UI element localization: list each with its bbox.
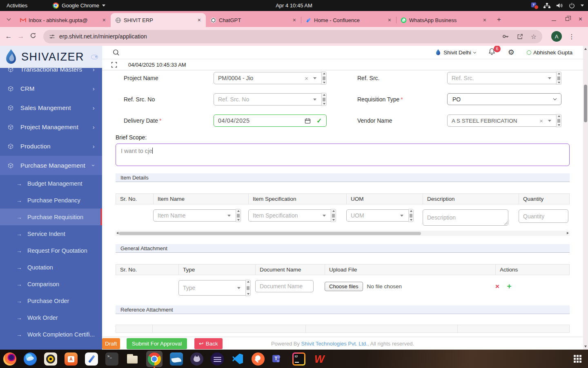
forward-icon[interactable]: → (15, 32, 27, 40)
eclipse-icon[interactable] (211, 352, 224, 366)
select-scrollbar[interactable] (321, 93, 327, 106)
select-scrollbar[interactable] (408, 209, 414, 222)
clear-x-icon[interactable]: × (539, 117, 543, 124)
org-selector[interactable]: Shivit Delhi (435, 49, 476, 56)
app-menu-button[interactable]: Google Chrome (53, 2, 105, 9)
back-button[interactable]: ↩Back (194, 338, 222, 349)
user-menu[interactable]: Abhishek Gupta (527, 49, 572, 56)
sidebar-toggle-icon[interactable] (91, 55, 98, 59)
scroll-up-arrow[interactable] (584, 48, 587, 50)
draft-button[interactable]: Draft (102, 338, 120, 349)
address-bar[interactable]: erp.shivit.net.in/minierp/application ☆ (43, 30, 542, 43)
site-settings-icon[interactable] (49, 34, 55, 40)
files-icon[interactable] (126, 352, 139, 366)
description-input[interactable] (423, 209, 508, 226)
brief-scope-textarea[interactable]: I want to cje (116, 144, 570, 166)
thunderbird-icon[interactable] (24, 352, 37, 366)
app-grid-icon[interactable] (574, 355, 581, 363)
teams-icon[interactable] (272, 352, 285, 366)
uom-select[interactable]: UOM (346, 209, 414, 222)
tab-shivit-erp[interactable]: SHIVIT ERP × (111, 13, 206, 27)
notifications-button[interactable]: 6 (488, 47, 496, 57)
network-icon[interactable] (543, 3, 550, 9)
select-scrollbar[interactable] (321, 72, 327, 85)
sidebar-item-work-order[interactable]: →Work Order (0, 309, 102, 326)
select-scrollbar[interactable] (236, 209, 241, 222)
reload-icon[interactable] (27, 32, 39, 41)
item-name-select[interactable]: Item Name (153, 209, 241, 222)
tray-chevron-icon[interactable] (581, 4, 584, 7)
resize-handle-icon[interactable] (504, 222, 508, 225)
wps-office-icon[interactable] (313, 352, 326, 366)
password-key-icon[interactable] (502, 33, 509, 40)
document-name-input[interactable] (255, 280, 314, 292)
sidebar-item-purchase-order[interactable]: →Purchase Order (0, 292, 102, 309)
select-scrollbar[interactable] (556, 72, 561, 85)
browser-scrollbar[interactable] (583, 46, 588, 350)
company-link[interactable]: Shivit Technologies Pvt. Ltd. (301, 341, 368, 347)
firefox-icon[interactable] (3, 352, 16, 366)
quantity-input[interactable] (519, 209, 568, 223)
bookmark-star-icon[interactable]: ☆ (531, 33, 537, 40)
minimize-button[interactable] (552, 20, 556, 21)
search-icon[interactable] (113, 49, 120, 56)
scrollbar-thumb[interactable] (119, 232, 421, 235)
project-name-select[interactable]: PM/0004 - Jio × (214, 72, 327, 84)
item-specification-select[interactable]: Item Specification (248, 209, 336, 222)
choose-files-button[interactable]: Choose files (325, 282, 363, 291)
tab-close-icon[interactable]: × (481, 17, 488, 23)
sidebar-item-project-management[interactable]: Project Management › (0, 117, 102, 137)
back-icon[interactable]: ← (2, 32, 15, 40)
chrome-icon[interactable] (148, 352, 161, 366)
tab-close-icon[interactable]: × (196, 17, 203, 23)
close-window-button[interactable]: × (579, 16, 582, 23)
fullscreen-icon[interactable] (111, 62, 117, 68)
vendor-name-select[interactable]: A S STEEL FEBRICATION × (447, 114, 561, 127)
url-text[interactable]: erp.shivit.net.in/minierp/application (59, 33, 147, 40)
tab-close-icon[interactable]: × (291, 17, 298, 23)
sidebar-item-service-indent[interactable]: →Service Indent (0, 225, 102, 242)
sidebar-item-production[interactable]: Production › (0, 137, 102, 156)
gear-icon[interactable]: ⚙ (508, 48, 514, 57)
chrome-active-slot[interactable] (146, 351, 163, 367)
sidebar-item-purchase-pendancy[interactable]: →Purchase Pendancy (0, 192, 102, 209)
submit-for-approval-button[interactable]: Submit For Approval (127, 338, 187, 349)
clear-x-icon[interactable]: × (305, 75, 308, 82)
horizontal-scrollbar[interactable] (116, 231, 570, 236)
github-desktop-icon[interactable] (190, 352, 203, 366)
select-scrollbar[interactable] (245, 280, 251, 296)
sidebar-item-quotation[interactable]: →Quotation (0, 259, 102, 276)
tab-confluence[interactable]: Home - Confluence × (301, 13, 396, 27)
delete-x-icon[interactable]: × (495, 283, 499, 290)
sidebar-item-purchase-management[interactable]: Purchase Management › (0, 156, 102, 175)
ubuntu-software-icon[interactable] (65, 352, 78, 366)
tab-whatsapp[interactable]: WhatsApp Business × (396, 13, 491, 27)
scroll-down-arrow[interactable] (584, 346, 587, 348)
sidebar-item-comparison[interactable]: →Comparison (0, 276, 102, 292)
restore-button[interactable] (566, 17, 569, 21)
sidebar-item-crm[interactable]: CRM › (0, 79, 102, 98)
mysql-workbench-icon[interactable] (170, 352, 183, 366)
scrollbar-thumb[interactable] (584, 85, 587, 122)
vscode-icon[interactable] (231, 352, 244, 366)
rhythmbox-icon[interactable] (44, 352, 57, 366)
ref-src-no-select[interactable]: Ref. Src. No (214, 93, 327, 105)
teams-notification-icon[interactable] (531, 2, 538, 9)
volume-icon[interactable] (556, 2, 563, 9)
select-scrollbar[interactable] (331, 209, 336, 222)
terminal-icon[interactable] (105, 352, 118, 366)
sidebar-item-sales-management[interactable]: Sales Mangement › (0, 98, 102, 117)
intellij-icon[interactable] (292, 352, 305, 366)
sidebar-item-work-completion-certificate[interactable]: →Work Completion Certifi... (0, 326, 102, 343)
delivery-date-input[interactable]: 04/04/2025 ✓ (214, 114, 327, 127)
tab-close-icon[interactable]: × (101, 17, 107, 23)
type-select[interactable]: Type (178, 280, 251, 296)
sidebar-item-budget-management[interactable]: →Budget Management (0, 175, 102, 192)
new-tab-button[interactable]: + (494, 14, 504, 25)
add-plus-icon[interactable]: + (507, 282, 511, 290)
tab-chatgpt[interactable]: ChatGPT × (206, 13, 301, 27)
sidebar-item-purchase-requisition[interactable]: →Purchase Requisition (0, 209, 102, 225)
calendar-icon[interactable] (305, 118, 311, 124)
tab-close-icon[interactable]: × (386, 17, 393, 23)
menu-dots-icon[interactable]: ⋮ (568, 33, 575, 40)
